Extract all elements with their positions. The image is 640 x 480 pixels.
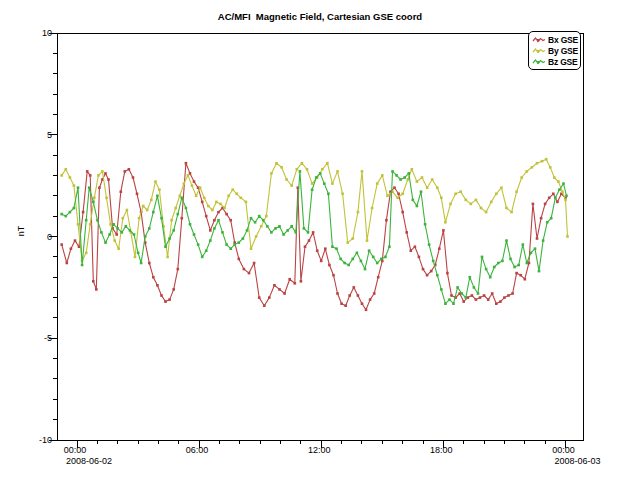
data-point [347, 264, 350, 267]
data-point [561, 190, 564, 193]
data-point [335, 247, 338, 250]
data-point [181, 217, 184, 220]
data-point [229, 219, 232, 222]
data-point [536, 237, 539, 240]
data-point [191, 184, 194, 187]
data-point [240, 197, 243, 200]
data-point [246, 229, 249, 232]
data-point [316, 249, 319, 252]
data-point [475, 298, 478, 301]
data-point [193, 233, 196, 236]
data-point [426, 186, 429, 189]
data-point [319, 172, 322, 175]
data-point [221, 231, 224, 234]
data-point [465, 296, 468, 299]
data-point [507, 294, 510, 297]
legend-item-bx[interactable]: Bx GSE [532, 34, 580, 45]
data-point [438, 247, 441, 250]
data-point [177, 213, 180, 216]
data-point [60, 213, 63, 216]
data-point [499, 300, 502, 303]
legend[interactable]: Bx GSEBy GSEBz GSE [528, 31, 581, 70]
legend-item-bz[interactable]: Bz GSE [532, 56, 580, 67]
data-point [456, 286, 459, 289]
data-point [408, 172, 411, 175]
data-point [89, 223, 92, 226]
data-point [205, 215, 208, 218]
data-point [166, 256, 169, 259]
data-point [541, 160, 544, 163]
data-point [104, 241, 107, 244]
data-point [86, 170, 89, 173]
data-point [412, 199, 415, 202]
legend-item-label: Bz GSE [548, 57, 578, 67]
data-point [274, 227, 277, 230]
data-point [407, 178, 410, 181]
data-point [373, 292, 376, 295]
data-point [564, 199, 567, 202]
data-point [77, 223, 80, 226]
data-point [158, 188, 161, 191]
data-point [377, 276, 380, 279]
data-point [405, 231, 408, 234]
data-point [312, 231, 315, 234]
data-point [193, 180, 196, 183]
data-point [306, 168, 309, 171]
data-point [174, 207, 177, 210]
data-point [154, 180, 157, 183]
data-point [505, 239, 508, 242]
data-point [357, 294, 360, 297]
data-point [189, 223, 192, 226]
legend-item-label: By GSE [548, 46, 578, 56]
data-point [509, 258, 512, 261]
data-point [331, 182, 334, 185]
data-point [213, 227, 216, 230]
data-point [268, 296, 271, 299]
data-point [391, 170, 394, 173]
data-point [336, 170, 339, 173]
data-point [105, 197, 108, 200]
data-point [452, 302, 455, 305]
data-point [215, 201, 218, 204]
data-point [361, 170, 364, 173]
plot-area[interactable]: 1050-5-1000:002008-06-0206:0012:0018:000… [0, 0, 640, 480]
data-point [128, 168, 131, 171]
data-point [113, 239, 116, 242]
data-point [517, 264, 520, 267]
y-axis-label: nT [16, 218, 26, 244]
legend-line-swatch [532, 35, 546, 44]
data-point [60, 243, 63, 246]
data-point [96, 219, 99, 222]
data-point [515, 190, 518, 193]
data-point [303, 227, 306, 230]
data-point [201, 256, 204, 259]
data-point [250, 217, 253, 220]
data-point [170, 219, 173, 222]
data-point [340, 302, 343, 305]
data-point [280, 166, 283, 169]
data-point [116, 227, 119, 230]
data-point [465, 199, 468, 202]
legend-item-by[interactable]: By GSE [532, 45, 580, 56]
data-point [300, 280, 303, 283]
data-point [495, 302, 498, 305]
data-point [227, 195, 230, 198]
data-point [534, 247, 537, 250]
data-point [477, 292, 480, 295]
data-point [250, 247, 253, 250]
plot-window: 1050-5-1000:002008-06-0206:0012:0018:000… [0, 0, 640, 480]
data-point [360, 260, 363, 263]
y-tick-label: 10 [42, 28, 52, 38]
plot-frame [57, 33, 583, 440]
data-point [384, 256, 387, 259]
data-point [554, 197, 557, 200]
data-point [172, 229, 175, 232]
data-point [245, 201, 248, 204]
y-tick-label: -5 [44, 333, 52, 343]
data-point [207, 205, 210, 208]
data-point [396, 197, 399, 200]
data-point [122, 217, 125, 220]
data-point [459, 190, 462, 193]
data-point [501, 260, 504, 263]
data-point [495, 193, 498, 196]
